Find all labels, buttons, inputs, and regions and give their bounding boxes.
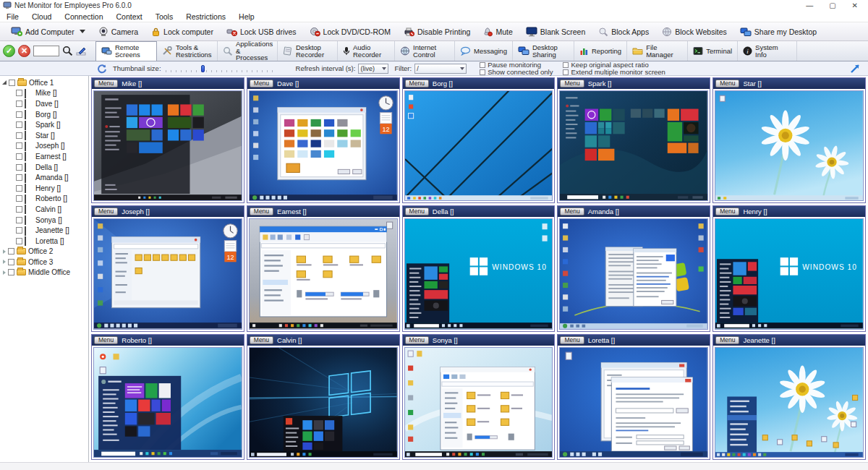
slider-thumb[interactable] <box>201 65 205 72</box>
lock-dvd-button[interactable]: Lock DVD/CD-ROM <box>303 25 397 38</box>
tree-item-jeanette[interactable]: Jeanette [] <box>0 225 88 236</box>
screen-preview-spark[interactable] <box>559 90 708 201</box>
tree-checkbox[interactable] <box>16 164 22 171</box>
tree-group-office1[interactable]: Office 1 <box>0 77 88 88</box>
show-connected-only-checkbox[interactable]: Show connected only <box>480 69 553 75</box>
tile-menu-button[interactable]: Menu <box>405 80 429 87</box>
tile-menu-button[interactable]: Menu <box>715 336 739 344</box>
screen-preview-roberto[interactable] <box>93 347 242 458</box>
tree-checkbox[interactable] <box>16 185 22 192</box>
tree-item-loretta[interactable]: Loretta [] <box>0 236 88 247</box>
checkbox-box[interactable] <box>480 62 485 68</box>
screen-preview-henry[interactable]: WINDOWS 10 <box>715 218 864 329</box>
tile-menu-button[interactable]: Menu <box>250 208 273 215</box>
tree-item-spark[interactable]: Spark [] <box>0 119 88 130</box>
disconnect-button[interactable]: ✕ <box>18 45 30 57</box>
tree-expander-closed-icon[interactable] <box>3 270 6 275</box>
screen-preview-amanda[interactable] <box>559 218 708 329</box>
tree-checkbox[interactable] <box>16 238 22 244</box>
filter-select[interactable]: / <box>414 64 467 74</box>
tile-menu-button[interactable]: Menu <box>250 336 273 344</box>
tree-checkbox[interactable] <box>8 248 14 255</box>
menu-restrictions[interactable]: Restrictions <box>179 12 232 21</box>
screen-preview-mike[interactable] <box>93 90 242 201</box>
tree-checkbox[interactable] <box>16 195 22 202</box>
menu-context[interactable]: Context <box>109 12 148 21</box>
mute-button[interactable]: Mute <box>477 25 519 38</box>
minimize-button[interactable]: — <box>806 0 813 11</box>
tab-reporting[interactable]: Reporting <box>574 41 627 61</box>
tree-checkbox[interactable] <box>8 269 14 275</box>
share-desktop-button[interactable]: Share my Desktop <box>733 25 823 38</box>
screen-preview-jeanette[interactable] <box>715 347 864 458</box>
menu-file[interactable]: File <box>0 12 25 21</box>
tab-applications-processes[interactable]: Applications & Processes <box>218 41 278 61</box>
camera-button[interactable]: Camera <box>92 25 145 38</box>
close-button[interactable]: ✕ <box>852 0 858 11</box>
tree-item-mike[interactable]: Mike [] <box>0 88 88 99</box>
tile-menu-button[interactable]: Menu <box>94 208 118 215</box>
tree-checkbox[interactable] <box>16 153 22 160</box>
tree-expander-closed-icon[interactable] <box>3 249 6 254</box>
tab-remote-screens[interactable]: Remote Screens <box>95 41 157 61</box>
tree-expander-closed-icon[interactable] <box>3 260 6 264</box>
tile-menu-button[interactable]: Menu <box>250 80 273 87</box>
tree-item-della[interactable]: Della [] <box>0 162 88 173</box>
tree-item-roberto[interactable]: Roberto [] <box>0 194 88 205</box>
blank-screen-button[interactable]: Blank Screen <box>519 25 592 38</box>
tab-desktop-recorder[interactable]: Desktop Recorder <box>278 41 338 61</box>
tree-checkbox[interactable] <box>8 259 14 265</box>
tree-expander-open-icon[interactable] <box>2 80 7 85</box>
tree-item-borg[interactable]: Borg [] <box>0 109 88 120</box>
screen-preview-calvin[interactable] <box>249 347 398 458</box>
tile-menu-button[interactable]: Menu <box>94 80 118 87</box>
screen-preview-star[interactable] <box>715 90 864 201</box>
tab-internet-control[interactable]: Internet Control <box>395 41 455 61</box>
thumbnail-size-slider[interactable] <box>166 65 274 72</box>
menu-help[interactable]: Help <box>232 12 261 21</box>
tree-checkbox[interactable] <box>16 142 22 149</box>
screen-preview-della[interactable]: WINDOWS 10 <box>404 218 553 329</box>
screen-preview-earnest[interactable] <box>249 218 398 329</box>
tab-audio-recorder[interactable]: Audio Recorder <box>338 41 395 61</box>
tree-checkbox[interactable] <box>16 132 22 139</box>
refresh-icon[interactable] <box>97 64 107 74</box>
screen-preview-dave[interactable]: 12 <box>249 90 398 201</box>
tree-checkbox[interactable] <box>16 217 22 223</box>
lock-computer-button[interactable]: Lock computer <box>145 25 220 38</box>
block-websites-button[interactable]: Block Websites <box>655 25 733 38</box>
checkbox-box[interactable] <box>563 62 569 68</box>
tree-checkbox[interactable] <box>16 206 22 213</box>
checkbox-box[interactable] <box>563 69 569 75</box>
block-apps-button[interactable]: Block Apps <box>592 25 655 38</box>
refresh-interval-select[interactable]: (live) <box>358 64 388 74</box>
tree-item-amanda[interactable]: Amanda [] <box>0 172 88 183</box>
tree-item-henry[interactable]: Henry [] <box>0 183 88 194</box>
tree-checkbox[interactable] <box>9 80 15 86</box>
tree-item-star[interactable]: Star [] <box>0 130 88 141</box>
tile-menu-button[interactable]: Menu <box>715 208 739 215</box>
expand-view-icon[interactable] <box>850 63 861 74</box>
menu-cloud[interactable]: Cloud <box>25 12 58 21</box>
menu-tools[interactable]: Tools <box>149 12 180 21</box>
screen-preview-borg[interactable] <box>404 90 553 201</box>
keep-aspect-ratio-checkbox[interactable]: Keep original aspect ratio <box>563 61 665 68</box>
tree-checkbox[interactable] <box>16 111 22 118</box>
maximize-button[interactable]: ▢ <box>829 0 835 11</box>
add-computer-dropdown-caret[interactable] <box>80 30 85 33</box>
add-computer-button[interactable]: Add Computer <box>4 25 92 38</box>
screen-preview-sonya[interactable] <box>404 347 553 458</box>
connect-button[interactable]: ✓ <box>3 45 15 57</box>
disable-printing-button[interactable]: Disable Printing <box>397 25 477 38</box>
search-input[interactable] <box>33 46 59 56</box>
tab-file-manager[interactable]: File Manager <box>627 41 688 61</box>
tree-checkbox[interactable] <box>16 174 22 181</box>
search-icon[interactable] <box>62 46 73 56</box>
tab-tools-restrictions[interactable]: Tools & Restrictions <box>157 41 218 61</box>
screen-preview-joseph[interactable]: 12 <box>93 218 242 329</box>
tile-menu-button[interactable]: Menu <box>560 208 584 215</box>
tree-group-office3[interactable]: Office 3 <box>0 257 88 268</box>
tree-checkbox[interactable] <box>16 227 22 234</box>
tile-menu-button[interactable]: Menu <box>405 336 429 344</box>
tree-checkbox[interactable] <box>16 101 22 107</box>
